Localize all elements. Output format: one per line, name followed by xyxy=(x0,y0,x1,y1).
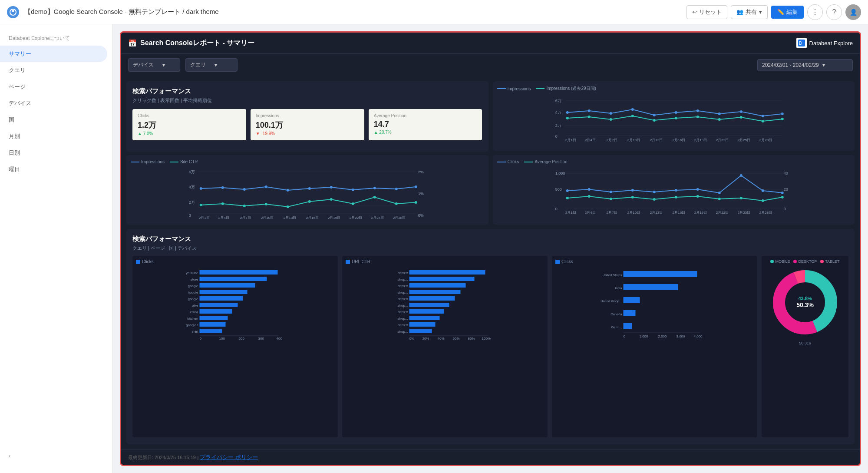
svg-point-23 xyxy=(373,187,376,189)
svg-point-63 xyxy=(739,110,742,113)
svg-point-58 xyxy=(631,108,634,111)
sidebar-item-monthly[interactable]: 月別 xyxy=(0,128,107,145)
svg-text:40%: 40% xyxy=(438,337,445,341)
legend-imp2: Impressions (過去29日間) xyxy=(536,86,596,92)
svg-point-101 xyxy=(674,189,677,192)
sidebar-item-device[interactable]: デバイス xyxy=(0,95,107,112)
impressions-ctr-svg: 6万 4万 2万 0 2% 1% 0% xyxy=(131,167,484,219)
svg-rect-157 xyxy=(409,277,475,281)
help-button[interactable]: ? xyxy=(826,4,842,20)
query-filter[interactable]: クエリ ▾ xyxy=(185,58,238,72)
svg-text:20: 20 xyxy=(783,187,788,192)
svg-text:United States: United States xyxy=(602,273,622,277)
svg-text:0: 0 xyxy=(189,213,191,218)
sidebar-item-page[interactable]: ページ xyxy=(0,79,107,95)
svg-point-27 xyxy=(221,202,224,205)
avatar-icon: 👤 xyxy=(850,9,857,16)
svg-rect-159 xyxy=(409,283,466,288)
svg-point-111 xyxy=(653,198,655,201)
lower-section: 検索パフォーマンス クエリ | ページ | 国 | デバイス Clicks xyxy=(126,229,855,444)
svg-rect-190 xyxy=(624,323,632,329)
sidebar-item-weekday[interactable]: 曜日 xyxy=(0,161,107,178)
tablet-legend: TABLET xyxy=(820,259,839,264)
svg-text:2月7日: 2月7日 xyxy=(606,138,617,142)
sidebar-label-summary: サマリー xyxy=(9,50,31,58)
svg-text:2月1日: 2月1日 xyxy=(565,211,576,215)
impressions-metric: Impressions 100.1万 ▼ -19.9% xyxy=(251,109,364,140)
svg-point-17 xyxy=(243,188,246,191)
svg-rect-139 xyxy=(200,303,238,307)
svg-text:2万: 2万 xyxy=(555,123,561,128)
svg-point-57 xyxy=(609,112,612,115)
help-icon: ? xyxy=(832,8,836,16)
svg-text:2月19日: 2月19日 xyxy=(694,211,706,215)
sidebar-item-query[interactable]: クエリ xyxy=(0,62,107,79)
svg-text:0: 0 xyxy=(555,134,557,139)
svg-text:2月28日: 2月28日 xyxy=(759,138,772,142)
svg-text:0%: 0% xyxy=(409,337,415,341)
svg-point-96 xyxy=(566,189,568,192)
sidebar-item-country[interactable]: 国 xyxy=(0,112,107,128)
svg-text:2月10日: 2月10日 xyxy=(261,216,274,219)
device-filter[interactable]: デバイス ▾ xyxy=(128,58,180,72)
svg-point-30 xyxy=(287,205,289,208)
dashboard-body: 検索パフォーマンス クリック数 | 表示回数 | 平均掲載順位 Clicks 1… xyxy=(121,76,860,450)
svg-text:2月1日: 2月1日 xyxy=(199,216,210,219)
svg-text:0: 0 xyxy=(200,337,202,341)
svg-point-102 xyxy=(696,188,699,191)
svg-text:2月16日: 2月16日 xyxy=(672,138,685,142)
svg-point-20 xyxy=(308,187,311,190)
date-filter[interactable]: 2024/02/01 - 2024/02/29 ▾ xyxy=(757,59,853,71)
svg-rect-147 xyxy=(200,329,222,333)
share-button[interactable]: 👥 共有 ▾ xyxy=(731,5,768,19)
sidebar-label-page: ページ xyxy=(9,83,26,91)
svg-point-62 xyxy=(718,112,720,115)
privacy-policy-link[interactable]: プライバシー ポリシー xyxy=(200,454,258,460)
url-ctr-svg: https:// shop... https:// shop... https:… xyxy=(346,267,544,341)
sidebar-label-query: クエリ xyxy=(9,66,26,74)
svg-text:500: 500 xyxy=(555,187,561,192)
header: 【demo】Google Search Console - 無料テンプレート /… xyxy=(0,0,868,24)
svg-text:2%: 2% xyxy=(418,170,424,174)
svg-text:200: 200 xyxy=(239,337,245,341)
impressions-legend-row: Impressions Impressions (過去29日間) xyxy=(497,86,851,92)
svg-text:shop...: shop... xyxy=(397,304,408,308)
svg-text:2月4日: 2月4日 xyxy=(218,216,229,219)
page-title: 【demo】Google Search Console - 無料テンプレート /… xyxy=(24,8,681,16)
edit-button[interactable]: ✏️ 編集 xyxy=(771,6,804,19)
svg-text:2月28日: 2月28日 xyxy=(393,216,406,219)
donut-legend: MOBILE DESKTOP TABLET xyxy=(770,259,839,264)
svg-point-68 xyxy=(609,118,612,121)
layout: Databeat Exploreについて サマリー クエリ ページ デバイス 国… xyxy=(0,24,868,473)
svg-point-34 xyxy=(373,196,376,198)
svg-point-108 xyxy=(587,195,590,198)
svg-text:youtube: youtube xyxy=(186,271,198,275)
svg-text:2月1日: 2月1日 xyxy=(565,138,576,142)
svg-point-25 xyxy=(415,185,417,188)
legend-site-ctr: Site CTR xyxy=(170,159,198,164)
svg-text:India: India xyxy=(615,286,622,290)
svg-text:3,000: 3,000 xyxy=(677,334,686,338)
svg-text:50.3%: 50.3% xyxy=(796,301,814,308)
svg-rect-165 xyxy=(409,303,449,307)
svg-point-103 xyxy=(718,192,720,194)
more-button[interactable]: ⋮ xyxy=(807,4,823,20)
svg-point-59 xyxy=(653,114,655,116)
svg-text:google: google xyxy=(188,284,198,288)
svg-text:60%: 60% xyxy=(453,337,460,341)
svg-text:shirt: shirt xyxy=(191,330,198,334)
svg-text:2月10日: 2月10日 xyxy=(627,138,640,142)
reset-button[interactable]: ↩ リセット xyxy=(686,5,727,19)
url-ctr-chart: URL CTR https:// shop... https:// sho xyxy=(342,256,548,437)
svg-text:2月4日: 2月4日 xyxy=(584,138,595,142)
sidebar-item-daily[interactable]: 日別 xyxy=(0,145,107,161)
sidebar-collapse-button[interactable]: ‹ xyxy=(0,446,112,466)
svg-point-113 xyxy=(696,195,699,198)
sidebar-item-summary[interactable]: サマリー xyxy=(0,46,107,62)
svg-point-99 xyxy=(631,189,634,192)
svg-text:2,000: 2,000 xyxy=(658,334,667,338)
svg-text:United Kingd...: United Kingd... xyxy=(601,299,622,303)
dashboard: 📅 Search Consoleレポート - サマリー D Databeat E… xyxy=(120,31,861,466)
svg-text:hoodie: hoodie xyxy=(188,291,198,294)
avatar[interactable]: 👤 xyxy=(845,4,861,20)
